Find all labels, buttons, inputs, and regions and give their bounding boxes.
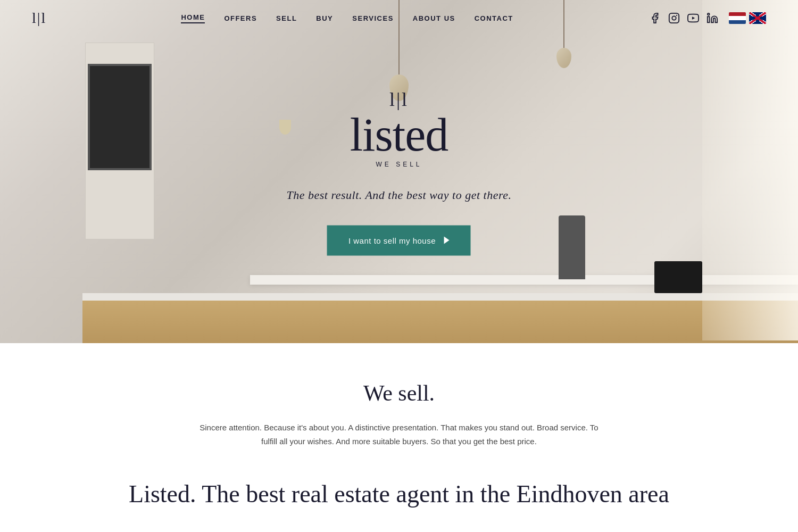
svg-point-1 [672,16,676,20]
counter-body [82,301,798,343]
svg-marker-3 [692,16,695,20]
nav-services[interactable]: SERVICES [352,14,394,22]
youtube-icon[interactable] [686,11,700,25]
social-icons [648,11,719,25]
flag-nl[interactable] [729,12,746,24]
logo-text: l|l [32,10,46,26]
main-nav: HOME OFFERS SELL BUY SERVICES ABOUT US C… [181,13,513,23]
language-flags [729,12,766,24]
nav-offers[interactable]: OFFERS [224,14,257,22]
hero-section: l|l listed WE SELL The best result. And … [0,0,798,343]
hero-brand-subtitle: WE SELL [287,160,512,168]
svg-rect-0 [669,13,679,23]
counter-top [82,293,798,301]
hero-content: l|l listed WE SELL The best result. And … [287,88,512,255]
we-sell-title: We sell. [32,380,766,406]
nav-buy[interactable]: BUY [316,14,333,22]
listed-heading: Listed. The best real estate agent in th… [32,480,766,508]
cta-label: I want to sell my house [348,236,436,245]
nav-home[interactable]: HOME [181,13,205,23]
below-hero-section: We sell. Sincere attention. Because it's… [0,343,798,532]
oven [88,64,152,170]
cta-arrow-icon [444,237,450,244]
sell-house-cta-button[interactable]: I want to sell my house [327,225,471,255]
logo[interactable]: l|l [32,10,46,27]
header-right [648,11,766,25]
hero-brand-name: listed [287,111,512,158]
flag-uk[interactable] [749,12,766,24]
svg-point-2 [676,15,677,16]
instagram-icon[interactable] [667,11,681,25]
linkedin-icon[interactable] [705,11,719,25]
toaster [654,261,702,293]
svg-point-5 [708,13,710,15]
nav-contact[interactable]: CONTACT [475,14,513,22]
hero-logo-icon: l|l [287,88,512,110]
blender [559,215,585,279]
hero-tagline: The best result. And the best way to get… [287,188,512,202]
window-light [702,0,798,340]
svg-rect-4 [708,16,710,22]
nav-sell[interactable]: SELL [276,14,297,22]
nav-about-us[interactable]: ABOUT US [413,14,455,22]
header: l|l HOME OFFERS SELL BUY SERVICES ABOUT … [0,0,798,36]
we-sell-description: Sincere attention. Because it's about yo… [197,421,601,448]
facebook-icon[interactable] [648,11,662,25]
